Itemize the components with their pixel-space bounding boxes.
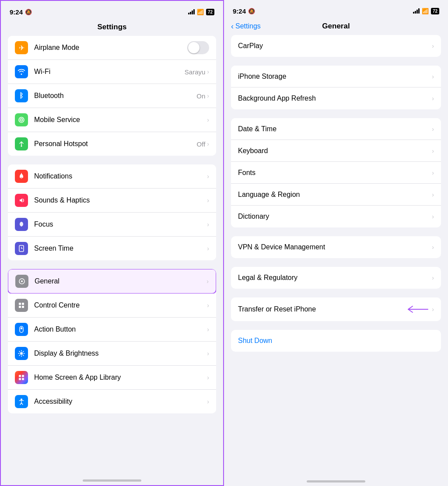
bluetooth-chevron: › xyxy=(207,92,209,99)
screen-time-label: Screen Time xyxy=(34,245,74,252)
action-button-row[interactable]: Action Button › xyxy=(8,318,216,342)
carplay-group: CarPlay › xyxy=(231,35,441,57)
focus-chevron: › xyxy=(207,221,209,228)
personal-hotspot-label: Personal Hotspot xyxy=(34,140,88,148)
focus-row[interactable]: Focus › xyxy=(8,213,216,237)
language-region-label: Language & Region xyxy=(238,191,300,199)
background-app-refresh-row[interactable]: Background App Refresh › xyxy=(231,87,441,109)
home-screen-row[interactable]: Home Screen & App Library › xyxy=(8,366,216,390)
left-scroll-area[interactable]: ✈ Airplane Mode Wi-Fi xyxy=(1,36,223,470)
accessibility-label: Accessibility xyxy=(34,398,72,406)
dictionary-row[interactable]: Dictionary › xyxy=(231,206,441,227)
display-brightness-row[interactable]: Display & Brightness › xyxy=(8,342,216,366)
notifications-group: Notifications › Sounds & Haptics › xyxy=(8,164,216,260)
purple-arrow-annotation xyxy=(404,303,430,316)
mobile-service-icon xyxy=(15,113,28,126)
right-home-bar xyxy=(307,480,365,483)
language-region-row[interactable]: Language & Region › xyxy=(231,184,441,206)
left-signal-icon xyxy=(188,9,195,14)
personal-hotspot-row[interactable]: Personal Hotspot Off › xyxy=(8,132,216,156)
accessibility-row[interactable]: Accessibility › xyxy=(8,390,216,413)
general-group: General › Control Centre › xyxy=(8,269,216,413)
back-label: Settings xyxy=(235,22,261,30)
shut-down-label: Shut Down xyxy=(238,337,272,345)
mobile-service-label: Mobile Service xyxy=(34,116,80,124)
svg-rect-25 xyxy=(19,378,21,380)
action-button-label: Action Button xyxy=(34,325,76,333)
svg-point-14 xyxy=(20,352,23,355)
right-nav-bar: ‹ Settings General xyxy=(224,19,448,35)
fonts-row[interactable]: Fonts › xyxy=(231,162,441,184)
display-brightness-label: Display & Brightness xyxy=(34,350,99,357)
left-nav-bar: Settings xyxy=(1,20,223,36)
iphone-storage-chevron: › xyxy=(432,73,434,80)
right-scroll-area[interactable]: CarPlay › iPhone Storage › Background Ap… xyxy=(224,35,448,471)
right-signal-icon xyxy=(413,8,420,14)
screen-time-row[interactable]: Screen Time › xyxy=(8,237,216,260)
right-silent-icon: 🔕 xyxy=(248,8,255,14)
svg-line-19 xyxy=(19,351,20,352)
control-centre-icon xyxy=(15,299,28,312)
left-battery: 72 xyxy=(206,9,214,15)
svg-rect-24 xyxy=(22,375,24,377)
svg-rect-26 xyxy=(22,378,24,380)
bluetooth-value: On xyxy=(196,92,205,100)
date-time-row[interactable]: Date & Time › xyxy=(231,118,441,140)
date-time-label: Date & Time xyxy=(238,125,276,133)
carplay-row[interactable]: CarPlay › xyxy=(231,35,441,57)
back-chevron-icon: ‹ xyxy=(231,22,234,30)
svg-line-20 xyxy=(23,355,24,356)
bluetooth-icon: ᛒ xyxy=(15,89,28,102)
focus-icon xyxy=(15,218,28,231)
left-nav-title: Settings xyxy=(97,23,126,31)
date-time-chevron: › xyxy=(432,126,434,133)
airplane-mode-row[interactable]: ✈ Airplane Mode xyxy=(8,36,216,60)
transfer-reset-chevron: › xyxy=(432,306,434,313)
right-time: 9:24 xyxy=(233,7,246,15)
vpn-device-row[interactable]: VPN & Device Management › xyxy=(231,236,441,258)
airplane-mode-toggle[interactable] xyxy=(187,41,209,54)
notifications-icon xyxy=(15,170,28,183)
mobile-service-chevron: › xyxy=(207,116,209,123)
mobile-service-row[interactable]: Mobile Service › xyxy=(8,108,216,132)
shut-down-row[interactable]: Shut Down xyxy=(231,330,441,352)
airplane-mode-label: Airplane Mode xyxy=(34,44,79,52)
fonts-label: Fonts xyxy=(238,169,256,177)
iphone-storage-row[interactable]: iPhone Storage › xyxy=(231,66,441,87)
bluetooth-row[interactable]: ᛒ Bluetooth On › xyxy=(8,84,216,108)
wifi-icon-box xyxy=(15,65,28,78)
wifi-row[interactable]: Wi-Fi Sarayu › xyxy=(8,60,216,84)
notifications-row[interactable]: Notifications › xyxy=(8,164,216,189)
sounds-chevron: › xyxy=(207,197,209,204)
home-screen-label: Home Screen & App Library xyxy=(34,374,121,381)
wifi-value: Sarayu xyxy=(185,68,206,76)
keyboard-chevron: › xyxy=(432,147,434,154)
right-wifi-icon: 📶 xyxy=(422,8,429,14)
carplay-chevron: › xyxy=(432,42,434,49)
control-centre-row[interactable]: Control Centre › xyxy=(8,294,216,318)
transfer-reset-row[interactable]: Transfer or Reset iPhone › xyxy=(231,297,441,321)
right-back-button[interactable]: ‹ Settings xyxy=(231,22,261,30)
storage-group: iPhone Storage › Background App Refresh … xyxy=(231,66,441,109)
sounds-row[interactable]: Sounds & Haptics › xyxy=(8,189,216,213)
background-app-refresh-chevron: › xyxy=(432,95,434,102)
left-panel: 9:24 🔕 📶 72 Settings ✈ Airplane Mode xyxy=(0,0,224,486)
svg-point-7 xyxy=(21,280,23,282)
home-screen-chevron: › xyxy=(207,374,209,381)
fonts-chevron: › xyxy=(432,169,434,176)
control-centre-label: Control Centre xyxy=(34,301,80,309)
sounds-icon xyxy=(15,194,28,207)
keyboard-row[interactable]: Keyboard › xyxy=(231,140,441,162)
left-home-bar xyxy=(83,479,141,482)
home-screen-icon xyxy=(15,371,28,384)
display-brightness-chevron: › xyxy=(207,350,209,357)
screen-time-icon xyxy=(15,242,28,255)
general-row[interactable]: General › xyxy=(8,269,216,294)
right-home-indicator xyxy=(224,471,448,486)
keyboard-label: Keyboard xyxy=(238,147,268,155)
airplane-mode-icon: ✈ xyxy=(15,41,28,54)
legal-regulatory-chevron: › xyxy=(432,274,434,281)
svg-rect-13 xyxy=(21,327,22,329)
general-label: General xyxy=(35,277,60,285)
legal-regulatory-row[interactable]: Legal & Regulatory › xyxy=(231,267,441,289)
